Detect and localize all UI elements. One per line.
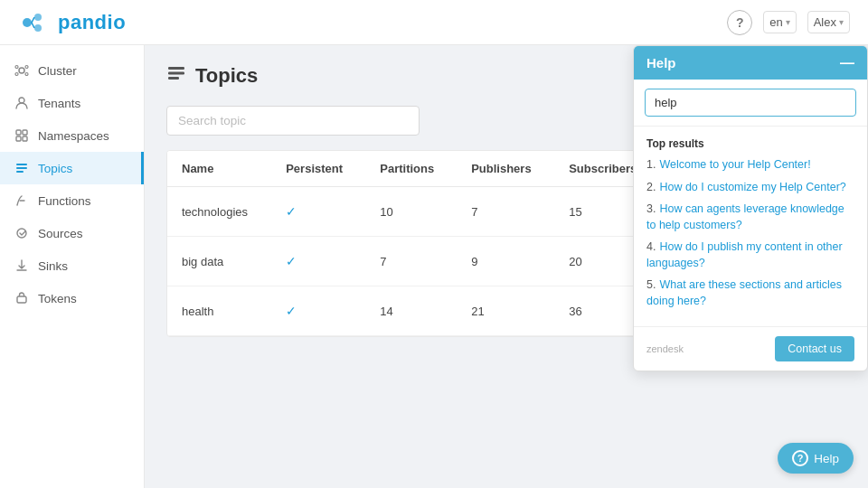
sidebar-item-label: Cluster xyxy=(38,64,77,78)
cell-persistent: ✓ xyxy=(271,237,365,286)
cell-partitions: 14 xyxy=(365,286,457,336)
sidebar-item-sinks[interactable]: Sinks xyxy=(0,249,144,282)
sidebar-item-label: Sources xyxy=(38,227,83,240)
help-results-list: 1.Welcome to your Help Center!2.How do I… xyxy=(646,157,854,309)
check-icon: ✓ xyxy=(286,254,297,268)
help-result-link[interactable]: 1.Welcome to your Help Center! xyxy=(646,157,854,174)
search-input[interactable] xyxy=(166,106,420,136)
sinks-icon xyxy=(14,258,29,273)
help-result-link[interactable]: 4.How do I publish my content in other l… xyxy=(646,239,854,271)
svg-point-1 xyxy=(34,14,42,21)
svg-rect-12 xyxy=(23,130,27,135)
cell-name: technologies xyxy=(167,187,271,237)
contact-us-button[interactable]: Contact us xyxy=(775,336,854,361)
svg-rect-14 xyxy=(23,136,27,141)
sidebar-item-tenants[interactable]: Tenants xyxy=(0,87,144,119)
result-num: 4. xyxy=(646,240,656,253)
sidebar-item-cluster[interactable]: Cluster xyxy=(0,54,144,87)
svg-point-6 xyxy=(15,66,18,69)
help-result-link[interactable]: 3.How can agents leverage knowledge to h… xyxy=(646,202,854,233)
zendesk-label: zendesk xyxy=(646,343,684,354)
search-box xyxy=(166,106,420,136)
check-icon: ✓ xyxy=(286,304,297,318)
sidebar-item-label: Namespaces xyxy=(38,129,109,143)
col-publishers: Publishers xyxy=(457,151,554,187)
sidebar-item-sources[interactable]: Sources xyxy=(0,217,144,249)
sidebar: Cluster Tenants Namespaces Topics Functi… xyxy=(0,45,145,488)
svg-rect-11 xyxy=(16,130,21,135)
col-partitions: Partitions xyxy=(365,151,457,187)
sidebar-item-tokens[interactable]: Tokens xyxy=(0,282,144,314)
svg-point-8 xyxy=(15,73,18,76)
help-search-input[interactable] xyxy=(645,89,856,117)
cell-publishers: 21 xyxy=(457,286,554,336)
sidebar-item-label: Tenants xyxy=(38,97,80,110)
svg-point-7 xyxy=(25,66,28,69)
svg-line-3 xyxy=(32,17,34,23)
cell-publishers: 7 xyxy=(457,187,554,237)
cell-name: health xyxy=(167,286,271,336)
sidebar-item-label: Functions xyxy=(38,194,91,208)
page-title-text: Topics xyxy=(195,64,258,88)
svg-line-4 xyxy=(32,23,34,28)
sidebar-item-label: Tokens xyxy=(38,292,77,305)
user-menu[interactable]: Alex ▾ xyxy=(807,11,850,33)
page-title-icon xyxy=(166,63,186,88)
check-icon: ✓ xyxy=(286,204,297,219)
help-search-row xyxy=(634,80,867,127)
result-num: 2. xyxy=(646,181,656,193)
header: pandio ? en ▾ Alex ▾ xyxy=(0,0,868,45)
namespaces-icon xyxy=(14,128,29,143)
svg-rect-22 xyxy=(168,77,179,80)
header-right: ? en ▾ Alex ▾ xyxy=(727,10,850,35)
help-body: Top results 1.Welcome to your Help Cente… xyxy=(634,127,867,326)
svg-rect-17 xyxy=(16,171,24,173)
help-float-icon: ? xyxy=(792,450,808,466)
help-float-label: Help xyxy=(814,452,839,465)
help-icon-button[interactable]: ? xyxy=(727,10,752,35)
col-name: Name xyxy=(167,151,271,187)
main-layout: Cluster Tenants Namespaces Topics Functi… xyxy=(0,45,868,488)
question-icon: ? xyxy=(797,453,804,464)
sidebar-item-label: Topics xyxy=(38,162,72,175)
sidebar-item-namespaces[interactable]: Namespaces xyxy=(0,119,144,152)
logo-icon xyxy=(18,10,51,35)
help-result-link[interactable]: 5.What are these sections and articles d… xyxy=(646,277,854,309)
sidebar-item-functions[interactable]: Functions xyxy=(0,184,144,217)
svg-rect-15 xyxy=(16,164,27,165)
cell-partitions: 10 xyxy=(365,187,457,237)
help-panel: Help — Top results 1.Welcome to your Hel… xyxy=(633,45,868,371)
help-panel-title: Help xyxy=(646,55,676,70)
svg-rect-19 xyxy=(17,296,26,303)
cell-name: big data xyxy=(167,237,271,286)
help-panel-header: Help — xyxy=(634,46,867,80)
svg-point-10 xyxy=(19,98,24,103)
sidebar-item-label: Sinks xyxy=(38,259,68,273)
col-persistent: Persistent xyxy=(271,151,365,187)
main-content: Topics Name Persistent Partitions Publis… xyxy=(145,45,868,488)
svg-rect-20 xyxy=(168,67,184,70)
chevron-down-icon: ▾ xyxy=(786,17,790,27)
cell-persistent: ✓ xyxy=(271,187,365,237)
cluster-icon xyxy=(14,63,29,78)
help-close-button[interactable]: — xyxy=(840,56,854,70)
logo-text: pandio xyxy=(58,11,126,34)
cell-partitions: 7 xyxy=(365,237,457,286)
cell-publishers: 9 xyxy=(457,237,554,286)
svg-point-2 xyxy=(34,24,42,32)
sources-icon xyxy=(14,226,29,240)
user-name-label: Alex xyxy=(814,15,836,29)
help-floating-button[interactable]: ? Help xyxy=(778,443,854,474)
question-mark-icon: ? xyxy=(736,15,744,30)
sidebar-item-topics[interactable]: Topics xyxy=(0,152,144,184)
svg-rect-16 xyxy=(16,167,27,169)
language-label: en xyxy=(769,15,782,29)
chevron-down-icon: ▾ xyxy=(839,17,844,27)
help-footer: zendesk Contact us xyxy=(634,326,867,371)
tokens-icon xyxy=(14,291,29,305)
functions-icon xyxy=(14,193,29,208)
help-result-link[interactable]: 2.How do I customize my Help Center? xyxy=(646,180,854,196)
top-results-label: Top results xyxy=(646,137,854,150)
language-selector[interactable]: en ▾ xyxy=(763,11,796,33)
result-num: 5. xyxy=(646,278,656,291)
